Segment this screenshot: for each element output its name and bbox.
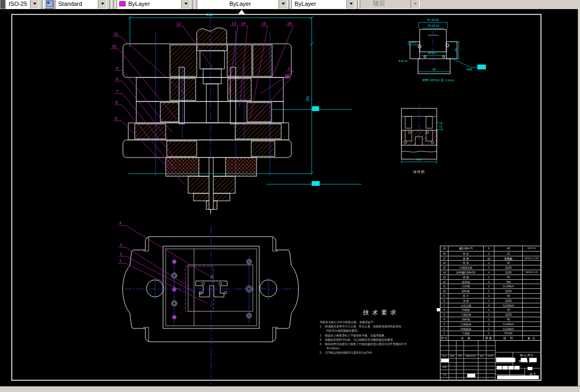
bom-row: 14卸料螺钉M8×504Q235GB2867.6-81 [440, 270, 540, 275]
bom-cell: 16 [440, 260, 448, 265]
object-properties-toolbar: ISO-25 Standard ByLayer ByLayer ByLayer [0, 0, 580, 9]
bom-cell: 1 [484, 293, 494, 298]
technical-requirements-block: 技术要求 本模具为铁心冲片压装复合模，其要求如下：1. 组成模具各零件尺寸公差、… [320, 309, 444, 355]
bom-cell: 10 [484, 256, 494, 261]
model-space-canvas[interactable]: 248 191 [0, 9, 578, 386]
lower-die-plan-view [123, 226, 299, 385]
revision-header-cell: 签名 [478, 355, 486, 358]
bom-cell: 8 [440, 298, 448, 303]
redaction-box [441, 359, 449, 362]
bom-row: 18导 柱220 [440, 251, 540, 256]
toolbar-separator [289, 0, 291, 9]
bom-cell [523, 303, 540, 308]
bom-cell: 导料销 [448, 279, 484, 284]
bom-cell [523, 279, 540, 284]
bom-cell: 4 [484, 270, 494, 275]
bom-cell: 模 柄 [448, 275, 484, 279]
bom-cell: Q235 [494, 265, 523, 270]
balloon-leader-line [126, 256, 196, 293]
bom-cell: Q235 [494, 312, 523, 317]
color-control-combo[interactable]: ByLayer [117, 0, 190, 9]
bom-cell: 凸凹模 [448, 284, 484, 288]
bom-cell: 卸料板 [448, 288, 484, 293]
dim-style-combo[interactable]: ISO-25 [5, 0, 39, 9]
bom-cell: 1 [440, 331, 448, 335]
linetype-control-value: ByLayer [197, 1, 279, 7]
lineweight-control-combo[interactable]: ByLayer [291, 0, 355, 9]
drawing-title-line1: 铁心冲片 [513, 354, 542, 358]
balloon-number: 11 [114, 32, 118, 36]
lineweight-dropdown-arrow[interactable] [346, 0, 355, 9]
tech-requirement-line: 1. 组成模具各零件尺寸公差、形位公差、表面粗糙度和热处理等 [320, 324, 444, 328]
bom-cell: 18 [440, 251, 448, 256]
toolbar-separator [192, 0, 195, 9]
bom-cell: 1 [484, 307, 494, 312]
linetype-control-combo[interactable]: ByLayer [197, 0, 288, 9]
bom-cell [523, 293, 540, 298]
bom-cell: 下固定板 [448, 312, 484, 317]
text-style-combo[interactable]: Standard [55, 0, 107, 9]
dim-style-dropdown-arrow[interactable] [30, 0, 38, 9]
plan-centerlines [124, 226, 298, 385]
bom-cell: 1 [484, 298, 494, 303]
bom-cell [523, 251, 540, 256]
balloon-number: 6 [115, 100, 118, 105]
balloon-number: 9 [116, 66, 118, 70]
bom-cell: 凸模镶块 [448, 322, 484, 326]
bom-cell [523, 317, 540, 322]
bom-cell [523, 275, 540, 279]
text-style-value: Standard [56, 1, 98, 7]
balloon-number: 14 [241, 21, 245, 26]
dim-detail-h2: 8 ±0.14 [399, 59, 408, 62]
bom-cell: 4 [484, 279, 494, 284]
bom-cell: 45 [494, 293, 523, 298]
tech-requirement-line: 2. 模架的上模座导柱上下移动应平稳、无阻滞现象。 [320, 333, 444, 338]
dim-strip-width: 47.4 [417, 159, 422, 161]
bom-cell: 1 [484, 288, 494, 293]
revision-header-cell: 更改文件号 [463, 355, 478, 358]
balloon-number: 15 [261, 21, 266, 26]
toolbar-separator [357, 0, 359, 9]
bom-cell: 顶 板 [448, 298, 484, 303]
bom-cell: 20 [494, 251, 523, 256]
bom-cell: 1 [484, 275, 494, 279]
color-dropdown-arrow[interactable] [181, 0, 190, 9]
strip-layout-label: 排样图 [413, 170, 426, 174]
bom-cell: 2 [440, 326, 448, 331]
bom-row: 4挡料销145 [440, 317, 540, 322]
tech-requirement-line: 均应符合相应国标的要求。 [320, 328, 444, 333]
toolbar-separator [42, 0, 44, 9]
bom-row: 9导 尺145 [440, 293, 540, 298]
bom-cell: 17 [440, 256, 448, 261]
bom-cell: GB70-85 [523, 246, 540, 251]
plan-view-balloons: 4321 [118, 221, 210, 303]
bom-cell [523, 312, 540, 317]
bom-cell: 导 尺 [448, 293, 484, 298]
bom-cell: 45 [494, 275, 523, 279]
text-style-dropdown-arrow[interactable] [98, 0, 106, 9]
plot-style-combo: 随层 [360, 0, 420, 9]
revision-header-cell: 标记 [440, 355, 448, 358]
balloon-number: 4 [119, 221, 121, 225]
bom-row: 17弹 簧10聚氨酯JB7650.5-1995 [440, 256, 540, 261]
balloon-number: 5 [115, 116, 117, 121]
bom-cell: 11 [440, 284, 448, 288]
dim-detail-w3: 26 ±0.1 [428, 51, 437, 54]
revision-header-cell: 年月日 [486, 355, 495, 358]
bom-cell: 10 [440, 288, 448, 293]
bom-cell: 15 [440, 265, 448, 270]
bom-cell: 小孔凸模 [448, 303, 484, 308]
balloon-number: 7 [116, 89, 118, 93]
linetype-dropdown-arrow[interactable] [279, 0, 287, 9]
clipped-toolbar-button[interactable] [1, 0, 5, 9]
bom-row: 11凸凹模1Cr12MoV [440, 284, 540, 288]
text-style-manager-button[interactable] [44, 0, 54, 9]
bom-cell: HT200 [494, 331, 523, 335]
revision-header-cell: 处数 [448, 355, 456, 358]
bom-cell: 1 [484, 326, 494, 331]
bom-cell: 2 [484, 260, 494, 265]
status-bar [0, 386, 580, 392]
balloon-leader-line [126, 247, 188, 286]
bom-cell: 凹模镶块 [448, 326, 484, 331]
balloon-number: 12 [176, 21, 181, 26]
